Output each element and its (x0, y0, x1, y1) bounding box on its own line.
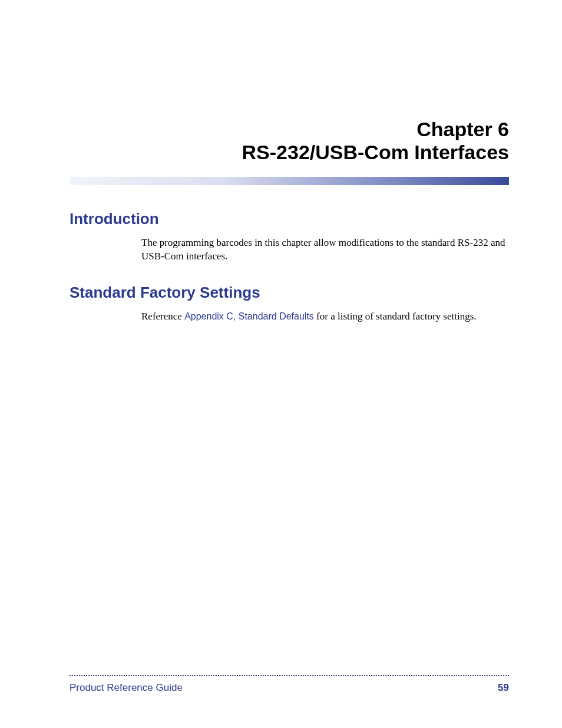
footer-row: Product Reference Guide 59 (70, 682, 509, 694)
page-number: 59 (498, 682, 509, 694)
chapter-title: RS-232/USB-Com Interfaces (70, 141, 509, 164)
cross-reference-link[interactable]: Appendix C, Standard Defaults (184, 311, 314, 321)
section-heading-factory-settings: Standard Factory Settings (70, 284, 509, 302)
factory-settings-body: Reference Appendix C, Standard Defaults … (141, 310, 509, 324)
page-footer: Product Reference Guide 59 (70, 675, 509, 694)
chapter-header: Chapter 6 RS-232/USB-Com Interfaces (70, 118, 509, 164)
chapter-label: Chapter 6 (70, 118, 509, 141)
body-suffix: for a listing of standard factory settin… (314, 311, 477, 322)
section-heading-introduction: Introduction (70, 210, 509, 228)
introduction-body: The programming barcodes in this chapter… (141, 236, 509, 263)
header-rule (70, 177, 509, 185)
footer-doc-title: Product Reference Guide (70, 682, 183, 694)
footer-rule (70, 675, 509, 676)
page: Chapter 6 RS-232/USB-Com Interfaces Intr… (0, 0, 562, 728)
body-prefix: Reference (141, 311, 184, 322)
